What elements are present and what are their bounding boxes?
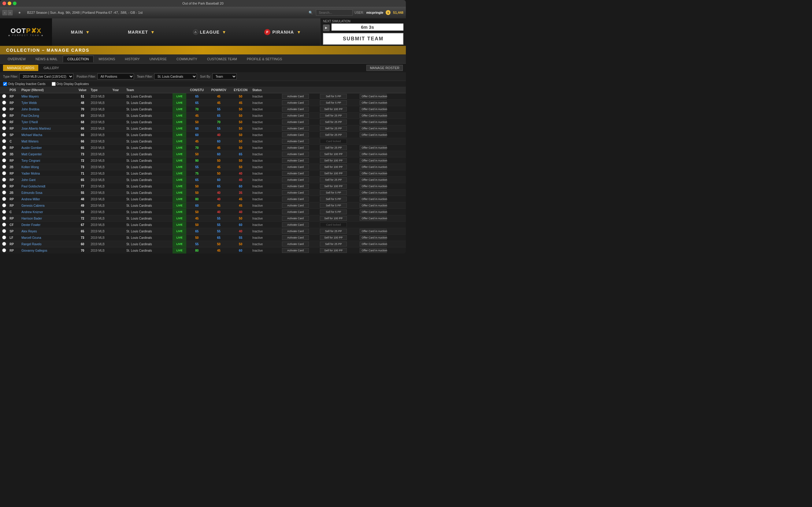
sell-btn-10[interactable]: Sell for 100 PP: [319, 158, 358, 164]
auction-btn-9[interactable]: Offer Card in Auction: [358, 151, 406, 158]
auction-btn-24[interactable]: Offer Card in Auction: [358, 247, 406, 254]
auction-btn-5[interactable]: Offer Card in Auction: [358, 125, 406, 132]
type-filter-select[interactable]: 2019 MLB Live Card (118/1422): [19, 73, 73, 79]
sell-btn-0[interactable]: Sell for 5 PP: [319, 93, 358, 100]
row-radio-19[interactable]: [0, 215, 8, 222]
menu-main[interactable]: MAIN ▼: [71, 30, 90, 35]
menu-league[interactable]: ⚠ LEAGUE ▼: [193, 30, 227, 35]
close-button[interactable]: [2, 2, 6, 5]
activate-btn-9[interactable]: Activate Card: [281, 151, 319, 158]
player-name-4[interactable]: Tyler O'Neill: [20, 119, 75, 125]
sell-btn-16[interactable]: Sell for 5 PP: [319, 196, 358, 203]
sell-btn-23[interactable]: Sell for 25 PP: [319, 241, 358, 247]
activate-btn-6[interactable]: Activate Card: [281, 132, 319, 138]
forward-button[interactable]: ›: [8, 10, 12, 15]
row-radio-16[interactable]: [0, 196, 8, 203]
back-button[interactable]: ‹: [2, 10, 7, 15]
sell-btn-24[interactable]: Sell for 100 PP: [319, 247, 358, 254]
row-radio-11[interactable]: [0, 164, 8, 170]
activate-btn-1[interactable]: Activate Card: [281, 100, 319, 106]
activate-btn-24[interactable]: Activate Card: [281, 247, 319, 254]
player-name-20[interactable]: Dexter Fowler: [20, 222, 75, 228]
sell-btn-21[interactable]: Sell for 25 PP: [319, 228, 358, 234]
fullscreen-button[interactable]: [13, 2, 16, 5]
sell-btn-1[interactable]: Sell for 5 PP: [319, 100, 358, 106]
col-team[interactable]: Team: [125, 87, 173, 93]
player-name-16[interactable]: Andrew Miller: [20, 196, 75, 203]
tab-missions[interactable]: MISSIONS: [94, 56, 120, 62]
player-name-5[interactable]: Jose Alberto Martinez: [20, 125, 75, 132]
auction-btn-17[interactable]: Offer Card in Auction: [358, 203, 406, 209]
table-scroll-area[interactable]: POS Player (filtered) Value Type Year Te…: [0, 87, 406, 253]
row-radio-15[interactable]: [0, 189, 8, 196]
menu-piranha[interactable]: P PIRANHA ▼: [264, 29, 301, 35]
row-radio-8[interactable]: [0, 145, 8, 151]
col-value[interactable]: Value: [75, 87, 89, 93]
sell-btn-6[interactable]: Sell for 25 PP: [319, 132, 358, 138]
row-radio-10[interactable]: [0, 158, 8, 164]
row-radio-7[interactable]: [0, 138, 8, 145]
auction-btn-19[interactable]: Offer Card in Auction: [358, 215, 406, 222]
player-name-24[interactable]: Giovanny Gallegos: [20, 247, 75, 254]
sell-btn-3[interactable]: Sell for 25 PP: [319, 113, 358, 119]
row-radio-14[interactable]: [0, 183, 8, 189]
home-icon[interactable]: ★: [18, 11, 21, 15]
row-radio-4[interactable]: [0, 119, 8, 125]
row-radio-21[interactable]: [0, 228, 8, 234]
tab-universe[interactable]: UNIVERSE: [145, 56, 171, 62]
sell-btn-22[interactable]: Sell for 100 PP: [319, 234, 358, 241]
row-radio-0[interactable]: [0, 93, 8, 100]
player-name-7[interactable]: Matt Wieters: [20, 138, 75, 145]
position-filter-select[interactable]: All Positions: [97, 73, 134, 79]
player-name-1[interactable]: Tyler Webb: [20, 100, 75, 106]
col-con[interactable]: CON/STU: [186, 87, 207, 93]
activate-btn-18[interactable]: Activate Card: [281, 209, 319, 215]
only-duplicates-checkbox[interactable]: [52, 82, 56, 86]
only-inactive-label[interactable]: Only Display Inactive Cards: [8, 82, 46, 86]
auction-btn-12[interactable]: Offer Card in Auction: [358, 170, 406, 177]
activate-btn-16[interactable]: Activate Card: [281, 196, 319, 203]
col-type[interactable]: Type: [89, 87, 111, 93]
activate-btn-3[interactable]: Activate Card: [281, 113, 319, 119]
row-radio-9[interactable]: [0, 151, 8, 158]
row-radio-5[interactable]: [0, 125, 8, 132]
col-pos[interactable]: POS: [8, 87, 20, 93]
sell-btn-14[interactable]: Sell for 100 PP: [319, 183, 358, 189]
auction-btn-13[interactable]: Offer Card in Auction: [358, 177, 406, 183]
search-input[interactable]: [316, 9, 353, 16]
activate-btn-19[interactable]: Activate Card: [281, 215, 319, 222]
col-player[interactable]: Player (filtered): [20, 87, 75, 93]
activate-btn-10[interactable]: Activate Card: [281, 158, 319, 164]
auction-btn-3[interactable]: Offer Card in Auction: [358, 113, 406, 119]
activate-btn-8[interactable]: Activate Card: [281, 145, 319, 151]
player-name-3[interactable]: Paul DeJong: [20, 113, 75, 119]
auction-btn-8[interactable]: Offer Card in Auction: [358, 145, 406, 151]
activate-btn-20[interactable]: Activate Card: [281, 222, 319, 228]
col-eye[interactable]: EYE/CON: [230, 87, 251, 93]
subtab-manage-cards[interactable]: MANAGE CARDS: [3, 65, 38, 71]
auction-btn-21[interactable]: Offer Card in Auction: [358, 228, 406, 234]
auction-btn-0[interactable]: Offer Card in Auction: [358, 93, 406, 100]
sell-btn-19[interactable]: Sell for 100 PP: [319, 215, 358, 222]
player-name-8[interactable]: Austin Gomber: [20, 145, 75, 151]
player-name-18[interactable]: Andrew Knizner: [20, 209, 75, 215]
player-name-10[interactable]: Tony Cingrani: [20, 158, 75, 164]
sell-btn-15[interactable]: Sell for 5 PP: [319, 189, 358, 196]
player-name-22[interactable]: Marcell Ozuna: [20, 234, 75, 241]
tab-customize-team[interactable]: CUSTOMIZE TEAM: [202, 56, 242, 62]
player-name-19[interactable]: Harrison Bader: [20, 215, 75, 222]
sell-btn-2[interactable]: Sell for 100 PP: [319, 106, 358, 113]
activate-btn-21[interactable]: Activate Card: [281, 228, 319, 234]
menu-market[interactable]: MARKET ▼: [128, 30, 155, 35]
sort-by-select[interactable]: Team: [212, 73, 237, 79]
row-radio-20[interactable]: [0, 222, 8, 228]
auction-btn-6[interactable]: Offer Card in Auction: [358, 132, 406, 138]
nav-arrows[interactable]: ‹ ›: [2, 10, 12, 15]
player-name-6[interactable]: Michael Wacha: [20, 132, 75, 138]
auction-btn-22[interactable]: Offer Card in Auction: [358, 234, 406, 241]
activate-btn-22[interactable]: Activate Card: [281, 234, 319, 241]
subtab-gallery[interactable]: GALLERY: [40, 65, 63, 71]
only-duplicates-label[interactable]: Only Display Duplicates: [57, 82, 89, 86]
auction-btn-4[interactable]: Offer Card in Auction: [358, 119, 406, 125]
sell-btn-8[interactable]: Sell for 25 PP: [319, 145, 358, 151]
